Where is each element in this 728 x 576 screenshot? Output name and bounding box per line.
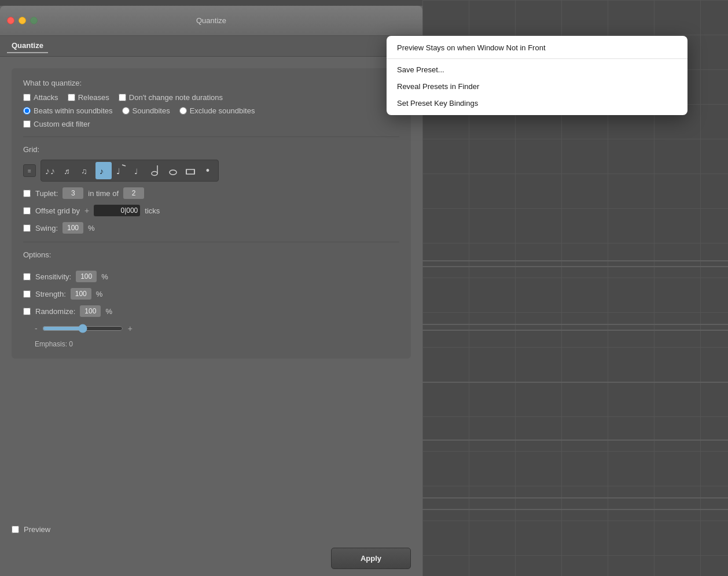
menu-item-preview-stays[interactable]: Preview Stays on when Window Not in Fron…	[387, 39, 687, 56]
emphasis-slider[interactable]	[42, 324, 123, 333]
soundbites-label: Soundbites	[133, 106, 170, 115]
main-panel: What to quantize: Attacks Releases Don't…	[0, 57, 422, 518]
minimize-button[interactable]	[19, 17, 26, 24]
emphasis-plus-icon[interactable]: +	[128, 324, 133, 333]
svg-point-8	[152, 172, 157, 176]
strength-percent: %	[96, 290, 103, 298]
note-btn-32[interactable]: ♬	[61, 162, 77, 179]
divider-1	[23, 136, 399, 137]
what-to-quantize-label: What to quantize:	[23, 79, 399, 87]
releases-label: Releases	[78, 93, 109, 102]
grid-note-row: ≡ 𝅘𝅥𝅯 𝅘𝅥𝅯 ♬	[23, 160, 399, 182]
grid-menu-icon[interactable]: ≡	[23, 164, 36, 177]
dont-change-label: Don't change note durations	[129, 93, 223, 102]
tuplet-row: Tuplet: in time of	[23, 187, 399, 199]
soundbites-item[interactable]: Soundbites	[122, 106, 170, 115]
dont-change-item[interactable]: Don't change note durations	[119, 93, 223, 102]
close-button[interactable]	[7, 17, 14, 24]
attacks-item[interactable]: Attacks	[23, 93, 58, 102]
randomize-percent: %	[105, 307, 112, 316]
menu-separator	[387, 58, 687, 59]
offset-plus-icon[interactable]: +	[84, 206, 89, 215]
note-btn-dot[interactable]: •	[200, 162, 216, 179]
note-btn-8[interactable]: ♩	[113, 162, 129, 179]
quantize-options: Attacks Releases Don't change note durat…	[23, 93, 399, 128]
maximize-button[interactable]	[30, 17, 38, 24]
attacks-checkbox[interactable]	[23, 94, 31, 101]
context-menu: Preview Stays on when Window Not in Fron…	[387, 36, 687, 115]
note-btn-16t[interactable]: ♫	[78, 162, 94, 179]
sensitivity-checkbox[interactable]	[23, 273, 31, 280]
tuplet-time-input[interactable]	[123, 187, 144, 199]
offset-checkbox[interactable]	[23, 207, 31, 215]
menu-item-save-preset[interactable]: Save Preset...	[387, 61, 687, 78]
radio-row: Beats within soundbites Soundbites Exclu…	[23, 106, 399, 115]
options-section: Options: Sensitivity: % Strength: %	[23, 250, 399, 348]
svg-text:♩: ♩	[134, 167, 138, 176]
note-btn-whole[interactable]	[165, 162, 181, 179]
divider-2	[23, 242, 399, 242]
strength-row: Strength: %	[23, 288, 399, 300]
menu-item-key-bindings[interactable]: Set Preset Key Bindings	[387, 95, 687, 112]
tuplet-value-input[interactable]	[62, 187, 83, 199]
note-btn-half[interactable]	[148, 162, 164, 179]
menu-item-reveal-presets[interactable]: Reveal Presets in Finder	[387, 78, 687, 95]
note-btn-32t[interactable]: 𝅘𝅥𝅯 𝅘𝅥𝅯	[43, 162, 60, 179]
randomize-value-input[interactable]	[80, 305, 101, 317]
randomize-checkbox[interactable]	[23, 308, 31, 315]
attacks-label: Attacks	[34, 93, 58, 102]
note-btn-double[interactable]	[182, 162, 198, 179]
swing-value-input[interactable]	[62, 222, 83, 234]
apply-button[interactable]: Apply	[331, 548, 411, 569]
randomize-label: Randomize:	[35, 307, 75, 316]
custom-filter-checkbox[interactable]	[23, 120, 31, 128]
custom-filter-item[interactable]: Custom edit filter	[23, 120, 399, 128]
ticks-input[interactable]	[94, 205, 140, 216]
svg-text:♬: ♬	[64, 167, 70, 176]
svg-text:𝅘𝅥𝅯: 𝅘𝅥𝅯	[46, 169, 49, 175]
swing-percent: %	[88, 224, 95, 232]
releases-checkbox[interactable]	[68, 94, 75, 101]
svg-text:♪: ♪	[100, 167, 104, 176]
beats-item[interactable]: Beats within soundbites	[23, 106, 113, 115]
releases-item[interactable]: Releases	[68, 93, 109, 102]
exclude-item[interactable]: Exclude soundbites	[179, 106, 255, 115]
window-title: Quantize	[196, 16, 226, 25]
traffic-lights	[7, 17, 38, 24]
footer: Apply	[0, 541, 422, 576]
svg-line-6	[122, 165, 126, 166]
soundbites-radio[interactable]	[122, 107, 130, 115]
svg-point-10	[170, 170, 177, 175]
grid-section: Grid: ≡ 𝅘𝅥𝅯 𝅘𝅥𝅯 ♬	[23, 145, 399, 234]
preview-row: Preview	[12, 525, 50, 534]
dont-change-checkbox[interactable]	[119, 94, 126, 101]
swing-row: Swing: %	[23, 222, 399, 234]
tuplet-checkbox[interactable]	[23, 190, 31, 197]
tab-quantize[interactable]: Quantize	[7, 39, 48, 53]
emphasis-minus-icon[interactable]: -	[35, 324, 38, 333]
swing-checkbox[interactable]	[23, 224, 31, 232]
strength-value-input[interactable]	[71, 288, 91, 300]
beats-radio[interactable]	[23, 107, 31, 115]
quantize-window: Quantize Quantize What to quantize: Atta…	[0, 6, 422, 576]
custom-filter-label: Custom edit filter	[34, 120, 90, 128]
options-label: Options:	[23, 250, 399, 259]
in-time-of-label: in time of	[88, 189, 119, 198]
note-btn-quarter[interactable]: ♩	[130, 162, 146, 179]
what-to-quantize-card: What to quantize: Attacks Releases Don't…	[12, 68, 411, 359]
svg-text:♫: ♫	[81, 167, 87, 176]
tabbar: Quantize	[0, 36, 422, 57]
svg-rect-11	[186, 169, 194, 174]
exclude-radio[interactable]	[179, 107, 187, 115]
randomize-row: Randomize: %	[23, 305, 399, 317]
preview-checkbox[interactable]	[12, 526, 19, 533]
note-btn-16[interactable]: ♪	[95, 162, 112, 179]
strength-checkbox[interactable]	[23, 290, 31, 298]
emphasis-label: Emphasis: 0	[23, 340, 399, 348]
preview-label: Preview	[24, 525, 50, 534]
note-selector: 𝅘𝅥𝅯 𝅘𝅥𝅯 ♬ ♫	[41, 160, 219, 182]
grid-label: Grid:	[23, 145, 399, 154]
sensitivity-value-input[interactable]	[76, 271, 97, 282]
checkbox-row-1: Attacks Releases Don't change note durat…	[23, 93, 399, 102]
svg-text:𝅘𝅥𝅯: 𝅘𝅥𝅯	[51, 169, 54, 175]
